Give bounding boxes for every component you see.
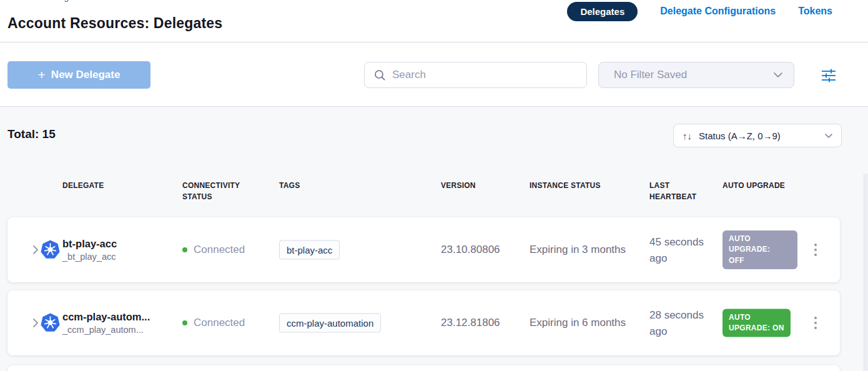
column-header-version: VERSION: [441, 180, 476, 191]
kubernetes-icon: [40, 313, 61, 334]
kebab-dot: [814, 322, 817, 324]
breadcrumb-link-account-settings[interactable]: Account Settings: [7, 0, 73, 2]
status-dot: [182, 247, 187, 252]
instance-status-cell: Expiring in 6 months: [530, 317, 626, 329]
column-header-delegate: DELEGATE: [62, 180, 104, 191]
saved-filter-value: No Filter Saved: [614, 69, 774, 81]
tag-chip: bt-play-acc: [279, 240, 340, 260]
status-dot: [182, 320, 187, 325]
header-divider: [0, 42, 868, 42]
column-header-tags: TAGS: [279, 180, 300, 191]
tag-chip: ccm-play-automation: [279, 314, 381, 333]
kebab-dot: [814, 327, 817, 329]
search-input[interactable]: [392, 69, 578, 81]
tab-delegate-configurations[interactable]: Delegate Configurations: [660, 6, 776, 17]
version-cell: 23.10.80806: [441, 244, 500, 256]
chevron-down-icon: [825, 134, 832, 138]
plus-icon: +: [38, 68, 46, 81]
auto-upgrade-badge: AUTO UPGRADE: ON: [723, 309, 791, 337]
column-header-connectivity-status: CONNECTIVITY STATUS: [182, 180, 270, 202]
delegate-identifier: _ccm_play_autom...: [62, 325, 150, 335]
sliders-icon: [821, 68, 837, 83]
new-delegate-button[interactable]: + New Delegate: [7, 61, 150, 89]
chevron-down-icon: [774, 72, 782, 77]
connectivity-label: Connected: [194, 244, 245, 256]
breadcrumb-link-account-resources[interactable]: Account Resources: [84, 0, 160, 2]
delegate-identifier: _bt_play_acc: [62, 252, 117, 262]
sort-value: Status (A→Z, 0→9): [699, 131, 818, 141]
column-header-auto-upgrade: AUTO UPGRADE: [723, 180, 785, 191]
delegates-page: Account Settings / Account Resources Acc…: [0, 0, 868, 371]
delegate-row-partial[interactable]: [7, 365, 840, 371]
column-header-instance-status: INSTANCE STATUS: [530, 180, 601, 191]
row-menu-button[interactable]: [812, 241, 819, 259]
instance-status-cell: Expiring in 3 months: [530, 244, 626, 256]
delegate-row[interactable]: bt-play-acc _bt_play_acc Connected bt-pl…: [7, 217, 840, 282]
delegate-row[interactable]: ccm-play-autom... _ccm_play_autom... Con…: [7, 290, 840, 355]
breadcrumb-separator: /: [77, 0, 80, 2]
total-count: Total: 15: [7, 127, 56, 141]
kebab-dot: [814, 254, 817, 256]
tab-bar: Delegates Delegate Configurations Tokens: [567, 1, 832, 22]
search-icon: [373, 69, 386, 81]
last-heartbeat-cell: 28 seconds ago: [649, 307, 724, 339]
tab-delegates[interactable]: Delegates: [567, 2, 638, 21]
kebab-dot: [814, 249, 817, 251]
saved-filter-select[interactable]: No Filter Saved: [598, 62, 794, 88]
kebab-dot: [814, 317, 817, 319]
kebab-dot: [814, 244, 817, 246]
tab-tokens[interactable]: Tokens: [798, 6, 832, 17]
delegate-name-block: bt-play-acc _bt_play_acc: [62, 238, 117, 262]
page-title: Account Resources: Delegates: [7, 15, 222, 32]
version-cell: 23.12.81806: [441, 317, 500, 329]
sort-select[interactable]: ↑↓ Status (A→Z, 0→9): [673, 124, 842, 147]
delegate-name: bt-play-acc: [62, 238, 117, 250]
sort-arrows-icon: ↑↓: [683, 131, 692, 141]
auto-upgrade-badge: AUTO UPGRADE: OFF: [723, 230, 797, 269]
filter-panel-button[interactable]: [820, 67, 837, 84]
vertical-scrollbar[interactable]: [864, 174, 868, 371]
delegate-name: ccm-play-autom...: [62, 311, 150, 323]
delegate-name-block: ccm-play-autom... _ccm_play_autom...: [62, 311, 150, 335]
search-box: [364, 62, 587, 88]
last-heartbeat-cell: 45 seconds ago: [649, 234, 724, 266]
breadcrumb: Account Settings / Account Resources: [7, 0, 160, 2]
connectivity-label: Connected: [194, 317, 245, 329]
column-header-last-heartbeat: LAST HEARTBEAT: [649, 180, 712, 202]
row-menu-button[interactable]: [812, 314, 819, 332]
kubernetes-icon: [40, 240, 61, 260]
new-delegate-label: New Delegate: [51, 69, 121, 81]
connectivity-status: Connected: [182, 317, 245, 329]
connectivity-status: Connected: [182, 244, 245, 256]
